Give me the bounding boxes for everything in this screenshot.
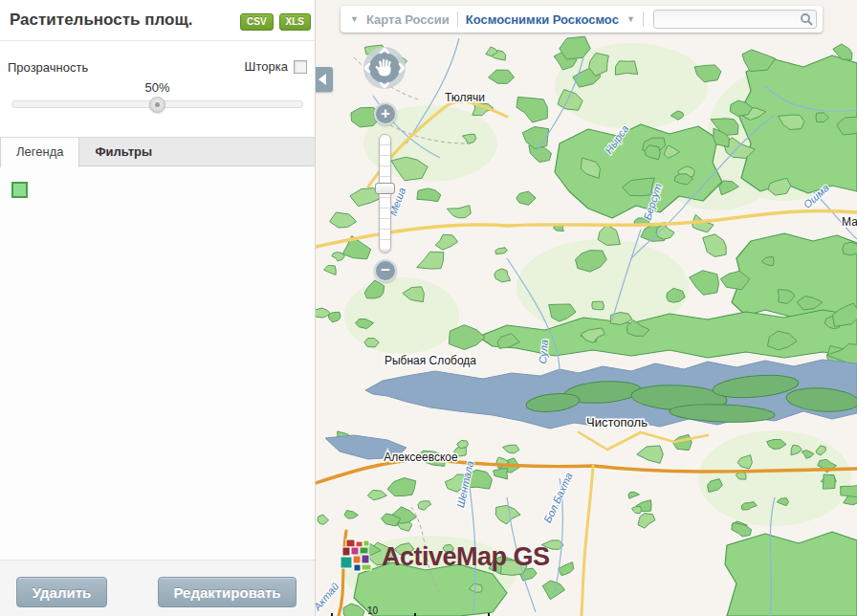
vegetation-blob [417,252,444,269]
vegetation-blob [522,127,548,149]
map-label-town: Рыбная Слобода [385,354,476,367]
map-label-town: Чистополь [586,415,648,429]
vegetation-blob [417,188,441,202]
tab-legend[interactable]: Легенда [0,138,79,168]
vegetation-blob [516,191,536,205]
map-label-town: Алексеевское [384,451,458,464]
legend-swatch [11,182,29,199]
activemap-logo-text: ActiveMap GS [382,542,550,572]
map-canvas[interactable]: Тюлячи Рыбная Слобода Чистополь Алексеев… [316,0,857,616]
vegetation-blob [615,61,637,76]
vegetation-blob [843,242,857,255]
opacity-slider-handle[interactable] [149,97,165,113]
search-icon[interactable] [800,12,813,26]
vegetation-blob [387,478,416,496]
scale-label: 10 [367,605,378,616]
curtain-control: Шторка [245,59,307,74]
vegetation-blob [318,515,329,524]
opacity-row: Прозрачность Шторка [8,59,307,77]
vegetation-blob [637,446,664,463]
toolbar-divider [643,11,644,27]
opacity-value: 50% [144,80,169,95]
chevron-down-icon[interactable]: ▼ [350,14,359,24]
vegetation-blob [344,511,358,519]
opacity-label: Прозрачность [8,60,88,75]
legend-color-box [12,183,27,197]
vegetation-blob [632,507,642,514]
vegetation-blob [732,523,752,537]
export-buttons: CSV XLS [240,13,311,31]
zoom-slider-track[interactable] [379,134,391,253]
vegetation-blob [703,234,727,257]
vegetation-blob [418,501,431,511]
map-label-town: Тюлячи [445,91,485,104]
vegetation-blob [592,301,604,310]
vegetation-blob [559,562,574,576]
vegetation-blob [330,212,357,228]
vegetation-blob [489,70,515,83]
vegetation-blob [495,248,508,254]
edit-button[interactable]: Редактировать [158,577,297,607]
base-layer-select[interactable]: Карта России [366,12,450,27]
vegetation-blob [367,490,386,499]
vegetation-blob [447,206,471,218]
search-input[interactable] [653,10,817,29]
vegetation-blob [316,308,330,318]
export-xls-button[interactable]: XLS [279,13,311,31]
vegetation-blob [823,474,835,489]
vegetation-blob [638,514,655,529]
panel-tabs: Легенда Фильтры [0,137,315,166]
layer-panel-header: Растительность площ. CSV XLS [0,0,315,41]
search-box [653,10,817,29]
map-label-river: Бол.Бахта [541,471,575,524]
opacity-slider: 50% [11,96,303,124]
export-csv-button[interactable]: CSV [240,13,274,31]
active-layer-select[interactable]: Космоснимки Роскосмос [466,12,619,27]
panel-footer: Удалить Редактировать [0,560,315,616]
vegetation-blob [598,225,620,246]
vegetation-blob [503,445,519,453]
layer-title: Растительность площ. [10,11,193,30]
layer-panel: Растительность площ. CSV XLS Прозрачност… [0,0,316,616]
toolbar-divider [457,11,458,27]
vegetation-blob [628,492,640,498]
vegetation-blob [494,269,511,282]
vegetation-blob [324,266,337,275]
vegetation-blob [516,97,547,122]
map-label-river: Сула [537,339,550,363]
curtain-checkbox[interactable] [294,60,307,74]
map-tiles: Тюлячи Рыбная Слобода Чистополь Алексеев… [316,0,857,616]
map-toolbar: ▼ Карта России Космоснимки Роскосмос ▼ [341,6,823,33]
vegetation-blob [841,485,857,497]
tab-filters[interactable]: Фильтры [79,138,167,167]
zoom-out-button[interactable]: − [374,259,397,282]
map-label-town: Ма [842,215,857,229]
pan-control[interactable] [363,46,407,90]
zoom-slider-handle[interactable] [375,183,395,194]
delete-button[interactable]: Удалить [16,577,107,607]
activemap-app: Растительность площ. CSV XLS Прозрачност… [0,0,857,616]
opacity-slider-track[interactable] [11,100,303,108]
vegetation-blob [435,234,458,250]
scale-bar: 10 [331,605,490,616]
vegetation-blob [690,271,719,296]
curtain-label: Шторка [245,59,288,74]
vegetation-blob [542,581,564,600]
legend-content [0,167,315,560]
zoom-in-button[interactable]: + [374,102,397,125]
chevron-down-icon[interactable]: ▼ [626,14,635,24]
vegetation-blob [494,469,508,479]
activemap-logo: ActiveMap GS [339,539,550,575]
activemap-logo-icon [339,539,375,575]
sidebar-collapse-button[interactable] [316,67,333,92]
